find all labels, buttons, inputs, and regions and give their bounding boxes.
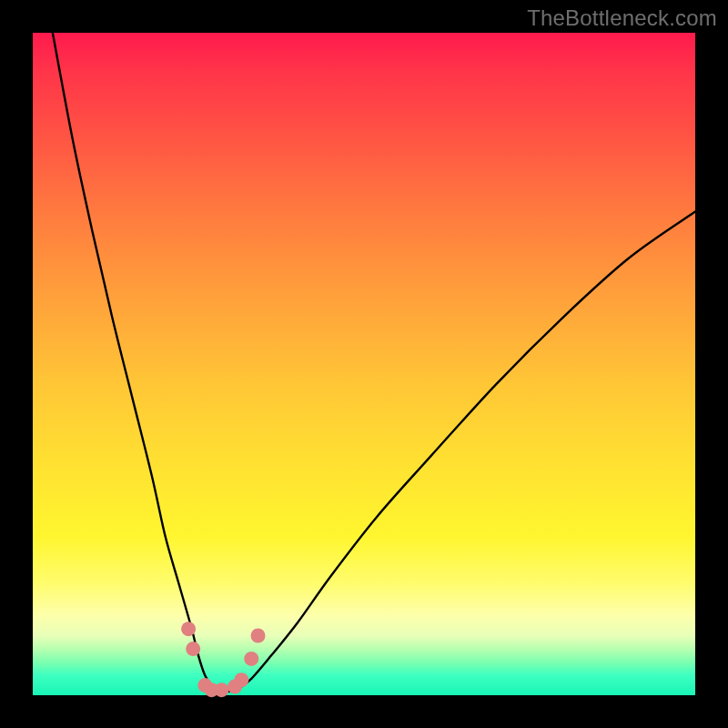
curve-marker <box>186 642 200 656</box>
curve-marker <box>234 672 248 687</box>
curve-marker <box>181 622 196 636</box>
curve-marker <box>214 682 228 697</box>
chart-frame: TheBottleneck.com <box>0 0 728 728</box>
bottleneck-curve <box>53 33 695 692</box>
curve-layer <box>33 33 695 695</box>
watermark-text: TheBottleneck.com <box>527 5 717 31</box>
curve-marker <box>251 628 266 642</box>
curve-markers <box>181 622 265 697</box>
curve-marker <box>244 652 258 666</box>
plot-area <box>33 33 695 695</box>
